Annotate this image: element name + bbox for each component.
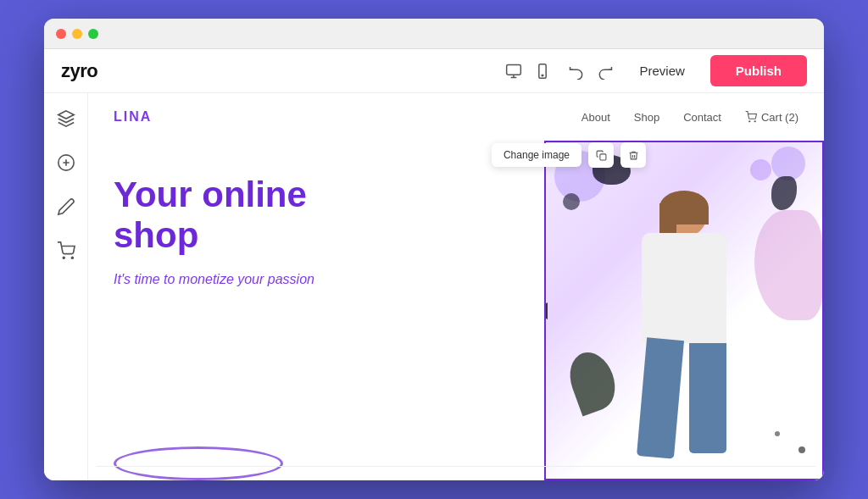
site-brand: LINA [114,109,152,125]
change-image-button[interactable]: Change image [492,143,581,167]
deco-blob-2 [771,176,797,210]
hero-image-background [546,142,822,479]
deco-shape-3 [750,159,771,180]
redo-icon[interactable] [597,63,614,80]
sidebar-item-add[interactable] [54,151,78,175]
deco-blob-pink [754,210,822,320]
nav-arrows [568,63,614,80]
undo-icon[interactable] [568,63,585,80]
svg-point-2 [542,75,544,76]
svg-rect-0 [507,64,521,75]
canvas: LINA About Shop Contact Cart (2) [88,93,824,480]
drag-handle[interactable] [544,302,548,319]
cta-ellipse [114,446,283,480]
hero-section: Your onlineshop It's time to monetize yo… [88,141,824,480]
preview-button[interactable]: Preview [631,58,693,83]
svg-point-8 [71,257,73,258]
toolbar-center: Preview [505,58,693,83]
svg-point-7 [63,257,64,258]
change-image-tooltip: Change image [492,142,646,168]
svg-rect-11 [599,153,605,159]
traffic-lights [56,29,98,39]
toolbar: zyro [44,49,824,93]
device-switcher [505,63,551,80]
svg-marker-3 [58,111,73,119]
publish-button[interactable]: Publish [710,55,807,86]
site-cart[interactable]: Cart (2) [745,111,798,124]
title-bar [44,19,824,49]
hero-image[interactable] [544,141,824,480]
deco-dot-1 [563,193,580,210]
site-nav: LINA About Shop Contact Cart (2) [88,93,824,141]
cart-label: Cart (2) [761,111,798,124]
sidebar [44,93,88,480]
hero-subtitle: It's time to monetize your passion [114,272,519,287]
bottom-divider [97,466,815,467]
fashion-figure [608,191,760,479]
site-nav-links: About Shop Contact Cart (2) [581,111,798,124]
minimize-button[interactable] [72,29,82,39]
main-area: LINA About Shop Contact Cart (2) [44,93,824,480]
close-button[interactable] [56,29,66,39]
app-container: zyro [44,49,824,480]
deco-dot-3 [775,431,780,436]
svg-point-10 [754,121,755,122]
hero-text: Your onlineshop It's time to monetize yo… [88,141,544,480]
nav-link-contact[interactable]: Contact [683,111,721,124]
hero-title: Your onlineshop [114,175,519,257]
sidebar-item-design[interactable] [54,195,78,219]
deco-dot-2 [798,446,805,453]
nav-link-about[interactable]: About [581,111,610,124]
sidebar-item-layers[interactable] [54,107,78,130]
mobile-icon[interactable] [534,63,551,80]
delete-button[interactable] [620,142,646,168]
sidebar-item-cart[interactable] [54,239,78,263]
svg-point-9 [749,121,750,122]
deco-shape-2 [771,147,805,180]
maximize-button[interactable] [88,29,98,39]
nav-link-shop[interactable]: Shop [634,111,659,124]
desktop-icon[interactable] [505,63,522,80]
duplicate-button[interactable] [588,142,614,168]
app-logo: zyro [61,60,97,82]
